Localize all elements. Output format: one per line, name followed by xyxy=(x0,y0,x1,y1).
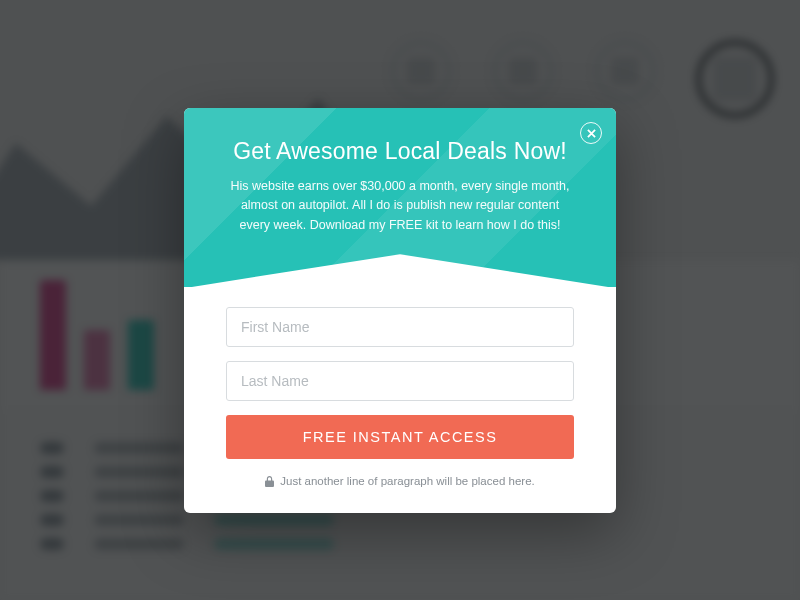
submit-button[interactable]: FREE INSTANT ACCESS xyxy=(226,415,574,459)
last-name-field[interactable] xyxy=(226,361,574,401)
first-name-field[interactable] xyxy=(226,307,574,347)
modal-footer: Just another line of paragraph will be p… xyxy=(226,475,574,487)
lock-icon xyxy=(265,476,274,487)
close-button[interactable] xyxy=(580,122,602,144)
close-icon xyxy=(587,129,596,138)
modal-subtitle: His website earns over $30,000 a month, … xyxy=(230,177,570,235)
modal-header: Get Awesome Local Deals Now! His website… xyxy=(184,108,616,287)
modal-title: Get Awesome Local Deals Now! xyxy=(220,138,580,165)
modal-body: FREE INSTANT ACCESS Just another line of… xyxy=(184,287,616,513)
signup-modal: Get Awesome Local Deals Now! His website… xyxy=(184,108,616,513)
footer-text: Just another line of paragraph will be p… xyxy=(280,475,534,487)
